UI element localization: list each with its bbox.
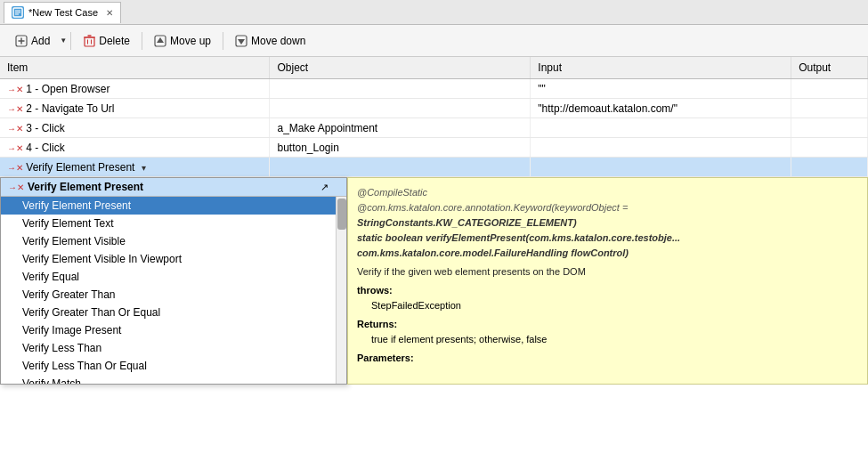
table-row[interactable]: →✕ 3 - Click a_Make Appointment	[0, 118, 868, 138]
table-row[interactable]: →✕ 2 - Navigate To Url "http://demoaut.k…	[0, 99, 868, 118]
item-cell: →✕ Verify Element Present ▾	[0, 158, 270, 177]
output-cell	[791, 99, 868, 118]
delete-icon	[83, 35, 95, 47]
test-case-icon	[12, 6, 24, 19]
toolbar: Add ▼ Delete Move up	[0, 25, 868, 57]
dropdown-list[interactable]: Verify Element Present Verify Element Te…	[1, 197, 346, 384]
dropdown-selected-row: →✕ Verify Element Present ↗	[1, 178, 346, 197]
dropdown-item[interactable]: Verify Element Visible In Viewport	[1, 250, 346, 268]
row-icon-5: →✕	[7, 163, 23, 173]
cursor-pointer: ↗	[320, 182, 329, 193]
header-input: Input	[531, 57, 791, 79]
dropdown-item[interactable]: Verify Less Than Or Equal	[1, 357, 346, 375]
object-cell	[270, 79, 531, 99]
add-dropdown-arrow[interactable]: ▼	[60, 36, 67, 45]
dropdown-item[interactable]: Verify Image Present	[1, 321, 346, 339]
svg-rect-7	[85, 37, 94, 46]
row-item-text: 3 - Click	[26, 122, 64, 134]
dropdown-item[interactable]: Verify Greater Than Or Equal	[1, 304, 346, 321]
doc-line-3: StringConstants.KW_CATEGORIZE_ELEMENT)	[357, 215, 858, 231]
doc-returns-value: true if element presents; otherwise, fal…	[371, 332, 858, 347]
item-cell: →✕ 3 - Click	[0, 118, 270, 138]
move-up-button[interactable]: Move up	[146, 30, 219, 52]
doc-throws-value: StepFailedException	[371, 298, 858, 313]
row-icon-2: →✕	[7, 104, 23, 114]
doc-line-2: @com.kms.katalon.core.annotation.Keyword…	[357, 200, 858, 215]
row-icon-4: →✕	[7, 143, 23, 153]
header-object: Object	[270, 57, 531, 79]
dropdown-selected-icon: →✕	[8, 182, 24, 192]
header-output: Output	[791, 57, 868, 79]
dropdown-item[interactable]: Verify Match	[1, 375, 346, 384]
dropdown-and-doc: →✕ Verify Element Present ↗ Verify Eleme…	[0, 177, 868, 385]
object-cell: button_Login	[270, 138, 531, 158]
input-cell: "http://demoaut.katalon.com/"	[531, 99, 791, 118]
row-icon-1: →✕	[7, 85, 23, 94]
row-item-text: Verify Element Present	[26, 161, 134, 174]
scrollbar-track[interactable]	[336, 197, 346, 384]
move-down-icon	[235, 35, 247, 47]
header-item: Item	[0, 57, 270, 79]
move-up-label: Move up	[170, 35, 211, 47]
table-row-selected[interactable]: →✕ Verify Element Present ▾	[0, 158, 868, 177]
dropdown-item[interactable]: Verify Equal	[1, 268, 346, 286]
row-icon-3: →✕	[7, 124, 23, 134]
doc-returns: Returns:	[357, 317, 858, 332]
delete-button[interactable]: Delete	[75, 30, 138, 52]
doc-throws: throws:	[357, 283, 858, 298]
dropdown-item[interactable]: Verify Element Visible	[1, 232, 346, 250]
output-cell	[791, 79, 868, 99]
separator-2	[142, 32, 142, 50]
doc-params-label: Parameters:	[357, 351, 858, 366]
doc-description: Verify if the given web element presents…	[357, 264, 858, 280]
input-cell: ""	[531, 79, 791, 99]
object-cell: a_Make Appointment	[270, 118, 531, 138]
row-item-text: 1 - Open Browser	[26, 83, 110, 95]
output-cell	[791, 138, 868, 158]
input-cell	[531, 118, 791, 138]
output-cell	[791, 158, 868, 177]
move-up-icon	[154, 35, 166, 47]
dropdown-item-selected[interactable]: Verify Element Present	[1, 197, 346, 215]
throws-label: throws:	[357, 285, 393, 296]
tab-bar: *New Test Case ✕	[0, 0, 868, 25]
item-cell: →✕ 2 - Navigate To Url	[0, 99, 270, 118]
input-cell	[531, 138, 791, 158]
add-button[interactable]: Add	[7, 30, 58, 52]
row-item-text: 4 - Click	[26, 142, 64, 154]
output-cell	[791, 118, 868, 138]
object-cell	[270, 158, 531, 177]
dropdown-selected-text: Verify Element Present	[28, 181, 143, 193]
object-cell	[270, 99, 531, 118]
doc-line-4: static boolean verifyElementPresent(com.…	[357, 231, 858, 246]
dropdown-item[interactable]: Verify Element Text	[1, 215, 346, 232]
tab-title: *New Test Case	[28, 7, 98, 18]
dropdown-trigger-icon[interactable]: ▾	[142, 163, 146, 173]
test-steps-table: Item Object Input Output →✕ 1 - Open Bro…	[0, 57, 868, 177]
scrollbar-thumb[interactable]	[337, 199, 346, 230]
dropdown-item[interactable]: Verify Less Than	[1, 339, 346, 357]
move-down-label: Move down	[251, 35, 305, 47]
move-down-button[interactable]: Move down	[227, 30, 313, 52]
input-cell	[531, 158, 791, 177]
doc-line-5: com.kms.katalon.core.model.FailureHandli…	[357, 246, 858, 261]
table-container: Item Object Input Output →✕ 1 - Open Bro…	[0, 57, 868, 462]
svg-marker-13	[157, 37, 164, 43]
table-row[interactable]: →✕ 4 - Click button_Login	[0, 138, 868, 158]
tab-close-button[interactable]: ✕	[106, 8, 113, 18]
test-case-tab[interactable]: *New Test Case ✕	[4, 2, 121, 23]
dropdown-item[interactable]: Verify Greater Than	[1, 286, 346, 304]
doc-line-1: @CompileStatic	[357, 185, 858, 200]
item-cell: →✕ 4 - Click	[0, 138, 270, 158]
doc-panel: @CompileStatic @com.kms.katalon.core.ann…	[347, 177, 868, 385]
row-item-text: 2 - Navigate To Url	[26, 102, 114, 115]
item-cell: →✕ 1 - Open Browser	[0, 79, 270, 99]
add-icon	[15, 35, 28, 47]
dropdown-list-container: Verify Element Present Verify Element Te…	[1, 197, 346, 384]
table-row[interactable]: →✕ 1 - Open Browser ""	[0, 79, 868, 99]
keyword-dropdown[interactable]: →✕ Verify Element Present ↗ Verify Eleme…	[0, 177, 347, 385]
delete-label: Delete	[99, 35, 130, 47]
main-area: Item Object Input Output →✕ 1 - Open Bro…	[0, 57, 868, 462]
add-label: Add	[31, 35, 50, 47]
separator-1	[70, 32, 71, 50]
